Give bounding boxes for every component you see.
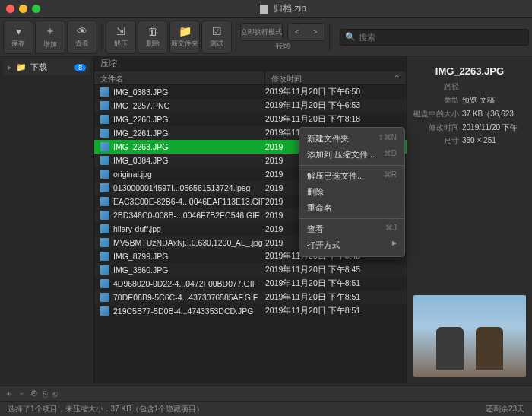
- file-row[interactable]: 4D968020-0D22-4...0472F00BD077.GIF2019年1…: [94, 277, 407, 291]
- save-button[interactable]: ▾保存: [3, 21, 33, 54]
- ctx-newfolder[interactable]: 新建文件夹⇧⌘N: [299, 131, 404, 147]
- file-row[interactable]: IMG_2260.JPG2019年11月20日 下午8:18: [94, 113, 407, 126]
- info-type-value: 预览 文稿: [462, 95, 526, 106]
- title-text: 归档.zip: [274, 2, 306, 15]
- file-time: 2019年11月20日 下午6:50: [265, 87, 401, 97]
- file-row[interactable]: 219C5B77-5D0B-4...4743353DCD.JPG2019年11月…: [94, 304, 407, 318]
- file-name: 4D968020-0D22-4...0472F00BD077.GIF: [113, 279, 257, 288]
- ctx-openwith[interactable]: 打开方式: [299, 237, 404, 253]
- check-icon: ☑: [212, 25, 222, 37]
- tab-compress[interactable]: 压缩: [100, 58, 117, 69]
- info-size-label: 磁盘中的大小: [413, 109, 462, 119]
- ctx-view[interactable]: 查看⌘J: [299, 221, 404, 237]
- file-time: 2019年11月20日 下午8:51: [265, 292, 401, 303]
- file-icon: [100, 183, 109, 192]
- file-name: IMG_2263.JPG: [113, 142, 168, 151]
- sidebar-badge: 8: [74, 64, 86, 71]
- file-name: 0130000014597I...056561513724.jpeg: [113, 183, 250, 192]
- ctx-addto[interactable]: 添加到 压缩文件...⌘D: [299, 147, 404, 163]
- info-dim-value: 360 × 251: [462, 136, 526, 147]
- file-icon: [100, 293, 109, 302]
- delete-button[interactable]: 🗑删除: [138, 21, 168, 54]
- nav-forward-button[interactable]: >: [306, 24, 325, 40]
- add-button[interactable]: ＋增加: [35, 21, 65, 54]
- info-dim-label: 尺寸: [413, 136, 462, 147]
- info-path-label: 路径: [413, 81, 462, 92]
- ctx-rename[interactable]: 重命名: [299, 200, 404, 216]
- maximize-icon[interactable]: [32, 5, 40, 13]
- info-path-value: [462, 81, 526, 92]
- save-icon: ▾: [16, 25, 21, 37]
- status-text: 选择了1个项目，未压缩大小：37 KB（包含1个隐藏项目）: [8, 404, 204, 414]
- footer: ＋ － ⚙ ⎘ ⎋ 选择了1个项目，未压缩大小：37 KB（包含1个隐藏项目） …: [0, 386, 532, 416]
- file-name: IMG_8799.JPG: [113, 252, 168, 261]
- col-modtime[interactable]: 修改时间: [265, 71, 407, 84]
- remove-item-button[interactable]: －: [17, 388, 26, 399]
- file-time: 2019年11月20日 下午8:51: [265, 306, 401, 316]
- info-type-label: 类型: [413, 95, 462, 106]
- test-button[interactable]: ☑测试: [201, 21, 232, 54]
- minimize-icon[interactable]: [19, 5, 27, 13]
- titlebar: 归档.zip: [0, 0, 532, 18]
- file-row[interactable]: IMG_2257.PNG2019年11月20日 下午6:53: [94, 99, 407, 113]
- add-icon: ＋: [45, 24, 55, 38]
- file-time: 2019年11月20日 下午6:53: [265, 100, 401, 111]
- copy-icon[interactable]: ⎘: [43, 389, 48, 399]
- sidebar-item-downloads[interactable]: ▸ 📁 下载 8: [3, 59, 90, 75]
- context-menu: 新建文件夹⇧⌘N 添加到 压缩文件...⌘D 解压已选文件...⌘R 删除 重命…: [299, 127, 405, 257]
- file-name: IMG_2261.JPG: [113, 129, 168, 138]
- file-icon: [100, 87, 109, 97]
- search-input[interactable]: [359, 33, 524, 42]
- file-icon: [100, 156, 109, 165]
- ctx-delete[interactable]: 删除: [299, 184, 404, 200]
- file-row[interactable]: IMG_0383.JPG2019年11月20日 下午6:50: [94, 85, 407, 99]
- file-name: IMG_0383.JPG: [113, 87, 168, 97]
- file-name: 2BD346C0-008B-...0046F7B2EC546.GIF: [113, 211, 260, 220]
- ctx-extract[interactable]: 解压已选文件...⌘R: [299, 168, 404, 184]
- info-mtime-value: 2019/11/20 下午: [462, 122, 526, 133]
- file-name: IMG_0384.JPG: [113, 156, 168, 165]
- remaining-text: 还剩余23天: [486, 404, 524, 414]
- file-name: 70DE06B9-5C6C-4...4373076585AF.GIF: [113, 293, 258, 302]
- file-name: 219C5B77-5D0B-4...4743353DCD.JPG: [113, 306, 253, 316]
- close-icon[interactable]: [6, 5, 14, 13]
- file-icon: [100, 142, 109, 151]
- preview-image: [413, 295, 526, 377]
- file-icon: [100, 224, 109, 233]
- col-filename[interactable]: 文件名: [94, 71, 265, 84]
- file-name: original.jpg: [113, 170, 152, 179]
- view-button[interactable]: 👁查看: [67, 21, 97, 54]
- nav-buttons: < >: [287, 23, 325, 41]
- file-time: 2019年11月20日 下午8:18: [265, 114, 401, 125]
- file-row[interactable]: 70DE06B9-5C6C-4...4373076585AF.GIF2019年1…: [94, 291, 407, 304]
- file-icon: [100, 265, 109, 275]
- file-icon: [100, 279, 109, 288]
- file-time: 2019年11月20日 下午8:45: [265, 265, 401, 275]
- add-item-button[interactable]: ＋: [5, 388, 13, 399]
- file-name: EAC3C00E-82B6-4...0046EAF113E13.GIF: [113, 197, 265, 206]
- info-panel: IMG_2263.JPG 路径 类型预览 文稿 磁盘中的大小37 KB（36,6…: [407, 56, 532, 383]
- search-field[interactable]: 🔍: [340, 29, 529, 46]
- info-mtime-label: 修改时间: [413, 122, 462, 133]
- link-icon[interactable]: ⎋: [52, 389, 58, 399]
- folder-plus-icon: 📁: [179, 25, 192, 37]
- newfolder-button[interactable]: 📁新文件夹: [169, 21, 200, 54]
- file-icon: [100, 101, 109, 110]
- file-icon: [100, 170, 109, 179]
- file-time: 2019年11月20日 下午8:51: [265, 278, 401, 289]
- file-icon: [100, 306, 109, 316]
- trash-icon: 🗑: [147, 25, 158, 37]
- file-icon: [100, 238, 109, 247]
- file-row[interactable]: IMG_3860.JPG2019年11月20日 下午8:45: [94, 263, 407, 277]
- execmode-button[interactable]: 立即执行模式: [240, 23, 283, 41]
- file-name: hilary-duff.jpg: [113, 224, 161, 233]
- window-title: 归档.zip: [40, 2, 526, 15]
- action-button[interactable]: ⚙: [30, 389, 38, 399]
- file-icon: [100, 252, 109, 261]
- sidebar: ▸ 📁 下载 8: [0, 56, 94, 383]
- extract-button[interactable]: ⇲解压: [106, 21, 136, 54]
- info-size-value: 37 KB（36,623: [462, 109, 526, 119]
- file-icon: [100, 197, 109, 206]
- file-name: MV5BMTUzNDAxNj...0,630,1200_AL_.jpg: [113, 238, 263, 247]
- nav-back-button[interactable]: <: [288, 24, 306, 40]
